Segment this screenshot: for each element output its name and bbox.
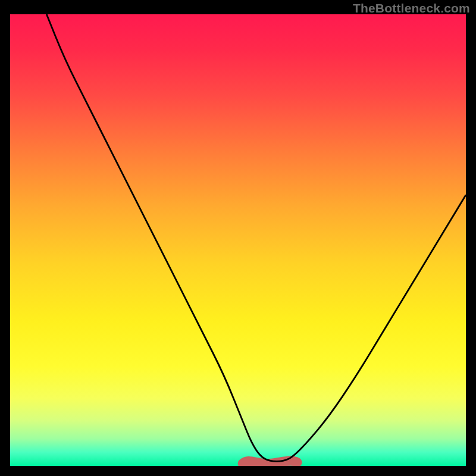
curve-svg	[10, 14, 466, 466]
chart-frame: TheBottleneck.com	[0, 0, 476, 476]
plot-area	[10, 14, 466, 466]
watermark-text: TheBottleneck.com	[353, 1, 470, 15]
bottleneck-curve	[46, 14, 466, 461]
